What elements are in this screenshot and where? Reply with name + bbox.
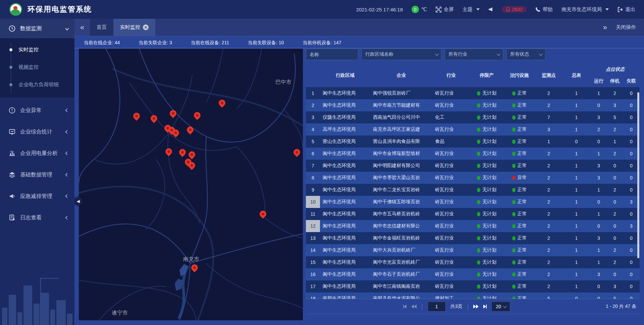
cell-company: 阆中市金福旺页岩机砖 <box>370 232 432 244</box>
org-dropdown[interactable]: 南充市生态环境局 <box>561 6 609 13</box>
table-row[interactable]: 10 阆中生态环境局 阆中千佛镇五郎垭页岩 砖瓦行业 无计划 正常 2 1 0 … <box>306 196 640 208</box>
bullet-dot-icon <box>9 48 12 51</box>
cell-total: 1 <box>562 232 591 244</box>
name-filter-input[interactable] <box>306 49 358 60</box>
cell-run: 3 <box>591 268 607 280</box>
table-row[interactable]: 2 阆中生态环境局 阆中市南方节能建材有 砖瓦行业 无计划 正常 2 1 0 3… <box>306 99 640 111</box>
bullet-dot-icon <box>9 66 12 69</box>
cell-halt: 5 <box>607 111 623 123</box>
sidebar-section-1[interactable]: 企业异常 <box>0 101 74 120</box>
cell-facility: 正常 <box>503 268 535 280</box>
cell-halt: 2 <box>607 244 623 256</box>
sidebar-section-5[interactable]: 应急减排管理 <box>0 187 74 206</box>
table-scrollbar[interactable] <box>637 92 639 258</box>
cell-index: 18 <box>306 292 320 299</box>
cell-halt: 2 <box>607 184 623 196</box>
tab-realtime-monitor[interactable]: 实时监控 ✕ <box>113 19 155 36</box>
sidebar-section-3[interactable]: 企业用电量分析 <box>0 144 74 163</box>
mute-button[interactable] <box>488 7 493 12</box>
cell-industry: 砖瓦行业 <box>432 244 470 256</box>
logout-button[interactable]: 退出 <box>618 6 635 13</box>
table-row[interactable]: 18 南部生态环境局 南部县磊华水泥有限公 建材加工 无计划 正常 5 0 0 … <box>306 292 640 299</box>
fullscreen-label: 全屏 <box>444 6 454 13</box>
cell-region: 阆中生态环境局 <box>320 232 370 244</box>
table-row[interactable]: 1 阆中生态环境局 阆中强锐页岩砖厂 砖瓦行业 无计划 正常 2 1 1 2 0 <box>306 87 640 99</box>
cell-facility: 正常 <box>503 111 535 123</box>
cell-total: 1 <box>562 160 591 172</box>
megaphone-icon <box>9 193 15 200</box>
cell-company: 阆中市石子页岩机砖厂 <box>370 268 432 280</box>
tabs-scroll-right-button[interactable]: » <box>603 23 607 32</box>
fullscreen-icon <box>436 7 441 12</box>
header-company: 企业 <box>370 64 432 87</box>
header-facility: 治污设施 <box>503 64 535 87</box>
table-row[interactable]: 4 高坪生态环境局 南充市高坪区王家店建 砖瓦行业 无计划 正常 3 1 2 2… <box>306 123 640 136</box>
prev-page-button[interactable] <box>411 305 417 309</box>
tabs-scroll-left-button[interactable]: « <box>74 19 90 36</box>
header-industry: 行业 <box>432 64 470 87</box>
first-page-button[interactable] <box>403 305 407 309</box>
sidebar-section-6[interactable]: 日志查看 <box>0 208 74 227</box>
cell-run: 1 <box>591 244 607 256</box>
temperature-unit: ℃ <box>421 6 427 12</box>
last-page-button[interactable] <box>483 305 487 309</box>
header-point-status-group: 点位状态 运行 停机 失联 <box>591 64 640 87</box>
page-size-select[interactable]: 20 <box>491 302 510 312</box>
sidebar-submenu-item[interactable]: 实时监控 <box>0 41 74 58</box>
table-row[interactable]: 3 仪陇生态环境局 西南油气田分公司川中 化工 无计划 正常 7 1 3 5 0 <box>306 111 640 123</box>
sidebar-submenu-item[interactable]: 视频监控 <box>0 58 74 76</box>
notification-count: 2632 <box>512 7 523 12</box>
map-collapse-button[interactable]: ◀ <box>74 197 83 206</box>
page-number-input[interactable] <box>428 302 446 312</box>
sidebar-section-data-monitor[interactable]: 数据监测 <box>0 19 74 38</box>
close-operations-button[interactable]: 关闭操作 <box>616 24 636 31</box>
region-filter-select[interactable]: 行政区域名称 <box>362 49 441 60</box>
chevron-left-icon <box>65 130 69 133</box>
table-row[interactable]: 15 阆中生态环境局 阆中市光富页岩机砖厂 砖瓦行业 无计划 正常 2 1 1 … <box>306 256 640 268</box>
sidebar-section-label: 企业异常 <box>20 107 42 114</box>
cell-stop-plan: 无计划 <box>470 268 503 280</box>
cell-industry: 砖瓦行业 <box>432 99 470 111</box>
next-page-button[interactable] <box>473 305 479 309</box>
cell-index: 2 <box>306 99 320 111</box>
table-row[interactable]: 17 阆中生态环境局 阆中市江南镇阆南页岩 砖瓦行业 无计划 正常 2 1 0 … <box>306 280 640 292</box>
cell-run: 0 <box>591 292 607 299</box>
pagination-bar: | 共3页 | 20 1 - 20 共 47 条 <box>306 299 640 314</box>
name-input[interactable] <box>310 52 355 57</box>
cell-industry: 砖瓦行业 <box>432 256 470 268</box>
cell-stop-plan: 无计划 <box>470 208 503 220</box>
table-row[interactable]: 9 阆中生态环境局 阆中市二龙长宝页岩砖 砖瓦行业 无计划 正常 2 1 1 2… <box>306 184 640 196</box>
sidebar-section-2[interactable]: 企业综合统计 <box>0 122 74 141</box>
help-button[interactable]: 帮助 <box>535 6 553 13</box>
fullscreen-button[interactable]: 全屏 <box>436 6 454 13</box>
table-row[interactable]: 6 阆中生态环境局 阆中市金博瑞新型墙材 砖瓦行业 无计划 正常 2 1 1 2… <box>306 148 640 160</box>
status-dot-icon <box>512 164 516 168</box>
cell-monitor: 3 <box>535 123 562 136</box>
map-panel[interactable]: 巴中市南充市遂宁市 <box>79 49 303 320</box>
table-row[interactable]: 5 营山生态环境局 营山县润丰肉食品有限 食品 无计划 正常 1 0 0 1 0 <box>306 136 640 148</box>
table-row[interactable]: 8 阆中生态环境局 阆中市枣碧大梁山页岩 砖瓦行业 无计划 异常 2 1 3 0… <box>306 172 640 184</box>
tab-close-icon[interactable]: ✕ <box>143 24 149 30</box>
industry-filter-select[interactable]: 所有行业 <box>445 49 503 60</box>
status-filter-select[interactable]: 所有状态 <box>506 49 545 60</box>
industry-filter-value: 所有行业 <box>448 51 467 57</box>
status-dot-icon <box>512 224 516 228</box>
cell-stop-plan: 无计划 <box>470 244 503 256</box>
cell-stop-plan: 无计划 <box>470 292 503 299</box>
table-row[interactable]: 11 阆中生态环境局 阆中市五马桥页岩机砖 砖瓦行业 无计划 正常 2 1 1 … <box>306 208 640 220</box>
table-row[interactable]: 14 阆中生态环境局 阆中大兴页岩机砖厂 砖瓦行业 无计划 正常 2 1 1 2… <box>306 244 640 256</box>
table-row[interactable]: 12 阆中生态环境局 阆中市忠信建材有限公 砖瓦行业 无计划 正常 2 1 0 … <box>306 220 640 232</box>
cell-region: 高坪生态环境局 <box>320 123 370 136</box>
table-row[interactable]: 13 阆中生态环境局 阆中市金福旺页岩机砖 砖瓦行业 无计划 正常 2 1 3 … <box>306 232 640 244</box>
cell-index: 9 <box>306 184 320 196</box>
theme-dropdown[interactable]: 主题 <box>463 6 480 13</box>
tab-home[interactable]: 首页 <box>90 19 113 36</box>
sidebar-submenu-item[interactable]: 企业电力负荷明细 <box>0 76 74 93</box>
region-filter-value: 行政区域名称 <box>365 51 393 57</box>
bell-icon <box>506 7 510 12</box>
sidebar-section-4[interactable]: 基础数据管理 <box>0 165 74 184</box>
table-row[interactable]: 16 阆中生态环境局 阆中市石子页岩机砖厂 砖瓦行业 无计划 正常 2 1 3 … <box>306 268 640 280</box>
notification-badge[interactable]: 2632 <box>502 6 527 13</box>
table-row[interactable]: 7 阆中生态环境局 阆中明阳建材有限公司 砖瓦行业 无计划 正常 2 1 3 0… <box>306 160 640 172</box>
cell-industry: 砖瓦行业 <box>432 160 470 172</box>
